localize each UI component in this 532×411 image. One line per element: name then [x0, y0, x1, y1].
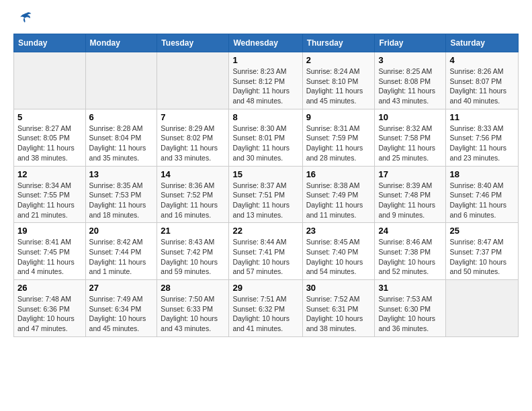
day-number: 2	[306, 55, 371, 65]
calendar-cell: 30Sunrise: 7:52 AMSunset: 6:31 PMDayligh…	[302, 280, 375, 337]
day-number: 8	[232, 112, 298, 122]
day-number: 16	[306, 169, 371, 179]
day-info: Sunrise: 8:26 AMSunset: 8:07 PMDaylight:…	[449, 66, 515, 106]
day-info: Sunrise: 8:36 AMSunset: 7:52 PMDaylight:…	[161, 181, 225, 220]
calendar-body: 1Sunrise: 8:23 AMSunset: 8:12 PMDaylight…	[14, 52, 519, 337]
calendar-cell: 20Sunrise: 8:42 AMSunset: 7:44 PMDayligh…	[85, 223, 157, 280]
day-info: Sunrise: 8:39 AMSunset: 7:48 PMDaylight:…	[378, 181, 442, 220]
weekday-header-thursday: Thursday	[302, 34, 375, 52]
calendar-cell: 9Sunrise: 8:31 AMSunset: 7:59 PMDaylight…	[302, 109, 375, 166]
day-number: 20	[89, 226, 154, 236]
day-number: 12	[17, 169, 82, 179]
calendar-cell	[85, 52, 157, 109]
day-info: Sunrise: 8:28 AMSunset: 8:04 PMDaylight:…	[89, 124, 154, 163]
day-number: 11	[449, 112, 515, 122]
calendar-cell	[14, 52, 86, 109]
weekday-header-tuesday: Tuesday	[157, 34, 229, 52]
calendar-week-4: 19Sunrise: 8:41 AMSunset: 7:45 PMDayligh…	[14, 223, 519, 280]
calendar-cell: 28Sunrise: 7:50 AMSunset: 6:33 PMDayligh…	[157, 280, 229, 337]
day-info: Sunrise: 8:31 AMSunset: 7:59 PMDaylight:…	[306, 124, 371, 163]
weekday-header-friday: Friday	[375, 34, 446, 52]
calendar-cell: 11Sunrise: 8:33 AMSunset: 7:56 PMDayligh…	[446, 109, 519, 166]
day-info: Sunrise: 8:41 AMSunset: 7:45 PMDaylight:…	[17, 237, 82, 277]
day-number: 25	[449, 226, 515, 236]
calendar-cell: 16Sunrise: 8:38 AMSunset: 7:49 PMDayligh…	[302, 166, 375, 223]
day-info: Sunrise: 8:32 AMSunset: 7:58 PMDaylight:…	[378, 124, 442, 163]
logo	[13, 13, 32, 27]
day-number: 21	[161, 226, 225, 236]
day-info: Sunrise: 8:25 AMSunset: 8:08 PMDaylight:…	[378, 66, 442, 106]
day-number: 31	[378, 283, 442, 293]
day-number: 7	[161, 112, 225, 122]
calendar-cell: 18Sunrise: 8:40 AMSunset: 7:46 PMDayligh…	[446, 166, 519, 223]
calendar-week-5: 26Sunrise: 7:48 AMSunset: 6:36 PMDayligh…	[14, 280, 519, 337]
calendar-cell: 31Sunrise: 7:53 AMSunset: 6:30 PMDayligh…	[375, 280, 446, 337]
day-number: 26	[17, 283, 82, 293]
calendar-cell: 21Sunrise: 8:43 AMSunset: 7:42 PMDayligh…	[157, 223, 229, 280]
page-header	[13, 13, 519, 27]
calendar-cell: 15Sunrise: 8:37 AMSunset: 7:51 PMDayligh…	[229, 166, 302, 223]
logo-bird-icon	[16, 11, 32, 27]
calendar-cell: 12Sunrise: 8:34 AMSunset: 7:55 PMDayligh…	[14, 166, 86, 223]
day-number: 1	[232, 55, 298, 65]
calendar-cell: 26Sunrise: 7:48 AMSunset: 6:36 PMDayligh…	[14, 280, 86, 337]
day-number: 4	[449, 55, 515, 65]
weekday-header-wednesday: Wednesday	[229, 34, 302, 52]
day-info: Sunrise: 8:34 AMSunset: 7:55 PMDaylight:…	[17, 181, 82, 220]
day-info: Sunrise: 8:29 AMSunset: 8:02 PMDaylight:…	[161, 124, 225, 163]
day-number: 6	[89, 112, 154, 122]
weekday-header-monday: Monday	[85, 34, 157, 52]
day-number: 28	[161, 283, 225, 293]
day-info: Sunrise: 8:24 AMSunset: 8:10 PMDaylight:…	[306, 66, 371, 106]
calendar-cell	[157, 52, 229, 109]
day-number: 24	[378, 226, 442, 236]
day-info: Sunrise: 8:30 AMSunset: 8:01 PMDaylight:…	[232, 124, 298, 163]
calendar-cell: 19Sunrise: 8:41 AMSunset: 7:45 PMDayligh…	[14, 223, 86, 280]
day-number: 19	[17, 226, 82, 236]
calendar-cell: 1Sunrise: 8:23 AMSunset: 8:12 PMDaylight…	[229, 52, 302, 109]
day-info: Sunrise: 8:47 AMSunset: 7:37 PMDaylight:…	[449, 237, 515, 277]
weekday-row: SundayMondayTuesdayWednesdayThursdayFrid…	[14, 34, 519, 52]
calendar-cell: 14Sunrise: 8:36 AMSunset: 7:52 PMDayligh…	[157, 166, 229, 223]
day-number: 15	[232, 169, 298, 179]
day-number: 18	[449, 169, 515, 179]
calendar-week-3: 12Sunrise: 8:34 AMSunset: 7:55 PMDayligh…	[14, 166, 519, 223]
calendar-week-1: 1Sunrise: 8:23 AMSunset: 8:12 PMDaylight…	[14, 52, 519, 109]
calendar-cell: 3Sunrise: 8:25 AMSunset: 8:08 PMDaylight…	[375, 52, 446, 109]
calendar-cell: 5Sunrise: 8:27 AMSunset: 8:05 PMDaylight…	[14, 109, 86, 166]
day-info: Sunrise: 7:50 AMSunset: 6:33 PMDaylight:…	[161, 294, 225, 334]
calendar-header: SundayMondayTuesdayWednesdayThursdayFrid…	[14, 34, 519, 52]
day-number: 13	[89, 169, 154, 179]
day-number: 30	[306, 283, 371, 293]
calendar-table: SundayMondayTuesdayWednesdayThursdayFrid…	[13, 34, 519, 337]
calendar-cell: 2Sunrise: 8:24 AMSunset: 8:10 PMDaylight…	[302, 52, 375, 109]
calendar-cell: 22Sunrise: 8:44 AMSunset: 7:41 PMDayligh…	[229, 223, 302, 280]
calendar-cell: 24Sunrise: 8:46 AMSunset: 7:38 PMDayligh…	[375, 223, 446, 280]
day-number: 29	[232, 283, 298, 293]
day-info: Sunrise: 8:46 AMSunset: 7:38 PMDaylight:…	[378, 237, 442, 277]
day-info: Sunrise: 7:48 AMSunset: 6:36 PMDaylight:…	[17, 294, 82, 334]
calendar-cell: 8Sunrise: 8:30 AMSunset: 8:01 PMDaylight…	[229, 109, 302, 166]
day-number: 9	[306, 112, 371, 122]
calendar-cell: 25Sunrise: 8:47 AMSunset: 7:37 PMDayligh…	[446, 223, 519, 280]
day-info: Sunrise: 8:44 AMSunset: 7:41 PMDaylight:…	[232, 237, 298, 277]
day-info: Sunrise: 8:33 AMSunset: 7:56 PMDaylight:…	[449, 124, 515, 163]
day-number: 5	[17, 112, 82, 122]
day-number: 3	[378, 55, 442, 65]
weekday-header-saturday: Saturday	[446, 34, 519, 52]
day-number: 23	[306, 226, 371, 236]
day-info: Sunrise: 8:40 AMSunset: 7:46 PMDaylight:…	[449, 181, 515, 220]
calendar-cell: 7Sunrise: 8:29 AMSunset: 8:02 PMDaylight…	[157, 109, 229, 166]
calendar-cell: 13Sunrise: 8:35 AMSunset: 7:53 PMDayligh…	[85, 166, 157, 223]
day-info: Sunrise: 8:23 AMSunset: 8:12 PMDaylight:…	[232, 66, 298, 106]
calendar-cell: 27Sunrise: 7:49 AMSunset: 6:34 PMDayligh…	[85, 280, 157, 337]
day-number: 27	[89, 283, 154, 293]
calendar-week-2: 5Sunrise: 8:27 AMSunset: 8:05 PMDaylight…	[14, 109, 519, 166]
day-number: 14	[161, 169, 225, 179]
day-info: Sunrise: 7:49 AMSunset: 6:34 PMDaylight:…	[89, 294, 154, 334]
calendar-cell: 4Sunrise: 8:26 AMSunset: 8:07 PMDaylight…	[446, 52, 519, 109]
calendar-cell: 17Sunrise: 8:39 AMSunset: 7:48 PMDayligh…	[375, 166, 446, 223]
day-info: Sunrise: 7:53 AMSunset: 6:30 PMDaylight:…	[378, 294, 442, 334]
calendar-cell: 6Sunrise: 8:28 AMSunset: 8:04 PMDaylight…	[85, 109, 157, 166]
day-info: Sunrise: 8:42 AMSunset: 7:44 PMDaylight:…	[89, 237, 154, 277]
